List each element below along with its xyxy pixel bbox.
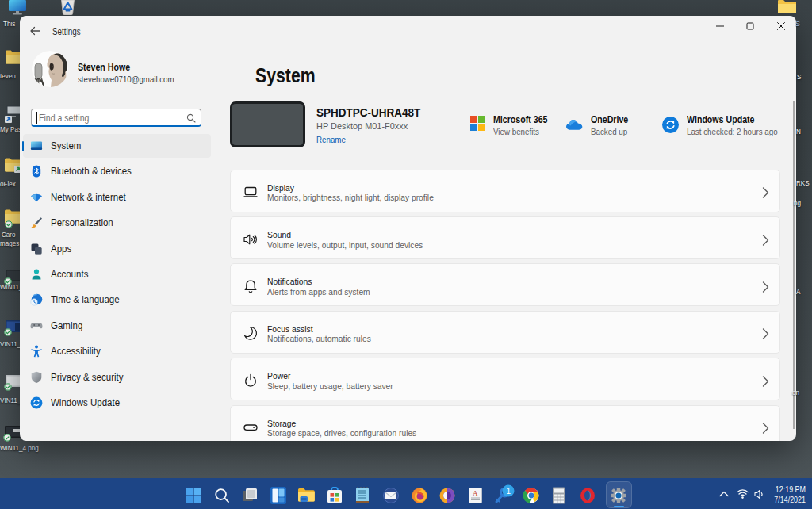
svg-text:1: 1 <box>507 487 511 496</box>
svg-text:A: A <box>473 489 478 497</box>
